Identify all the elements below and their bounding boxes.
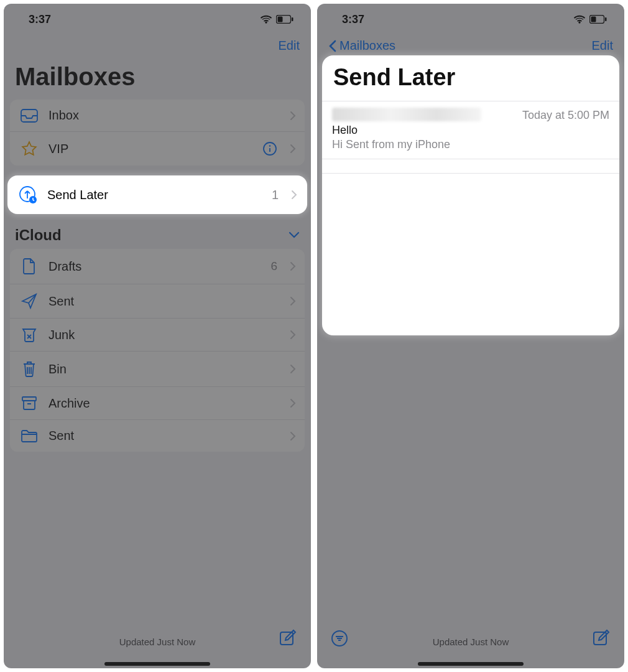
send-later-icon	[17, 185, 39, 204]
footer: Updated Just Now	[4, 637, 311, 647]
row-bin[interactable]: Bin	[10, 352, 305, 387]
back-label: Mailboxes	[339, 39, 395, 53]
chevron-right-icon	[290, 364, 296, 374]
folder-icon	[19, 429, 40, 443]
phone-left: 3:37 Edit Mailboxes Inbox VIP	[4, 4, 311, 668]
sender-redacted	[332, 108, 481, 121]
row-vip[interactable]: VIP	[10, 132, 305, 166]
back-button[interactable]: Mailboxes	[328, 39, 395, 53]
chevron-left-icon	[328, 40, 337, 52]
row-label: Send Later	[47, 188, 263, 202]
footer-status: Updated Just Now	[433, 637, 509, 647]
row-archive[interactable]: Archive	[10, 387, 305, 420]
chevron-down-icon	[289, 231, 300, 239]
svg-rect-11	[591, 17, 596, 22]
message-row[interactable]: Today at 5:00 PM Hello Hi Sent from my i…	[322, 101, 619, 159]
chevron-right-icon	[291, 190, 297, 200]
edit-button[interactable]: Edit	[592, 39, 613, 53]
archive-icon	[19, 396, 40, 411]
svg-rect-14	[594, 632, 606, 645]
home-indicator	[418, 662, 524, 666]
svg-rect-2	[292, 17, 293, 21]
icloud-list: Drafts 6 Sent Junk	[10, 249, 305, 452]
row-junk[interactable]: Junk	[10, 319, 305, 352]
separator	[322, 173, 619, 174]
section-icloud[interactable]: iCloud	[4, 214, 311, 249]
row-label: Drafts	[48, 259, 262, 274]
status-icons	[260, 14, 293, 24]
nav-row: Mailboxes Edit	[317, 35, 624, 55]
star-icon	[19, 141, 40, 157]
row-sent[interactable]: Sent	[10, 284, 305, 319]
row-sent-folder[interactable]: Sent	[10, 420, 305, 452]
row-label: Sent	[48, 294, 281, 309]
wifi-icon	[573, 14, 586, 24]
paperplane-icon	[19, 293, 40, 309]
chevron-right-icon	[290, 330, 296, 340]
drafts-icon	[19, 258, 40, 275]
status-bar: 3:37	[4, 4, 311, 35]
svg-rect-12	[605, 17, 607, 21]
wifi-icon	[260, 14, 272, 24]
message-preview: Hi Sent from my iPhone	[332, 138, 609, 151]
section-label: iCloud	[15, 226, 62, 244]
edit-button[interactable]: Edit	[279, 39, 300, 53]
svg-rect-1	[278, 17, 283, 22]
compose-icon[interactable]	[279, 628, 297, 647]
row-label: Bin	[48, 362, 281, 376]
footer: Updated Just Now	[317, 637, 624, 647]
status-time: 3:37	[342, 13, 364, 26]
phone-right: 3:37 Mailboxes Edit Send Later Today at …	[317, 4, 624, 668]
battery-icon	[276, 15, 293, 24]
battery-icon	[589, 15, 607, 24]
page-title: Send Later	[322, 55, 619, 97]
home-indicator	[104, 662, 210, 666]
inbox-icon	[19, 109, 40, 123]
message-subject: Hello	[332, 124, 609, 137]
svg-point-5	[269, 145, 270, 146]
status-time: 3:37	[29, 13, 51, 26]
row-label: Sent	[48, 429, 281, 443]
top-mailbox-list: Inbox VIP	[10, 100, 305, 166]
chevron-right-icon	[290, 144, 296, 154]
page-title: Mailboxes	[4, 55, 311, 100]
info-icon[interactable]	[262, 141, 277, 156]
row-count: 6	[270, 259, 277, 273]
junk-icon	[19, 327, 40, 342]
row-label: Junk	[48, 328, 281, 342]
row-inbox[interactable]: Inbox	[10, 100, 305, 132]
chevron-right-icon	[290, 111, 296, 121]
compose-icon[interactable]	[592, 628, 611, 647]
chevron-right-icon	[290, 296, 296, 306]
message-time: Today at 5:00 PM	[522, 109, 609, 122]
row-drafts[interactable]: Drafts 6	[10, 249, 305, 284]
row-send-later[interactable]: Send Later 1	[7, 175, 307, 214]
svg-rect-8	[22, 397, 36, 401]
svg-rect-9	[280, 632, 293, 645]
chevron-right-icon	[290, 261, 296, 271]
status-icons	[573, 14, 607, 24]
chevron-right-icon	[290, 398, 296, 408]
filter-icon[interactable]	[331, 630, 348, 647]
row-label: Archive	[48, 396, 281, 411]
nav-row: Edit	[4, 35, 311, 55]
footer-status: Updated Just Now	[119, 637, 196, 647]
row-label: VIP	[48, 142, 254, 156]
row-count: 1	[272, 188, 279, 202]
chevron-right-icon	[290, 431, 296, 441]
row-label: Inbox	[48, 108, 281, 123]
send-later-card: Send Later Today at 5:00 PM Hello Hi Sen…	[322, 55, 619, 335]
trash-icon	[19, 360, 40, 378]
status-bar: 3:37	[317, 4, 624, 35]
